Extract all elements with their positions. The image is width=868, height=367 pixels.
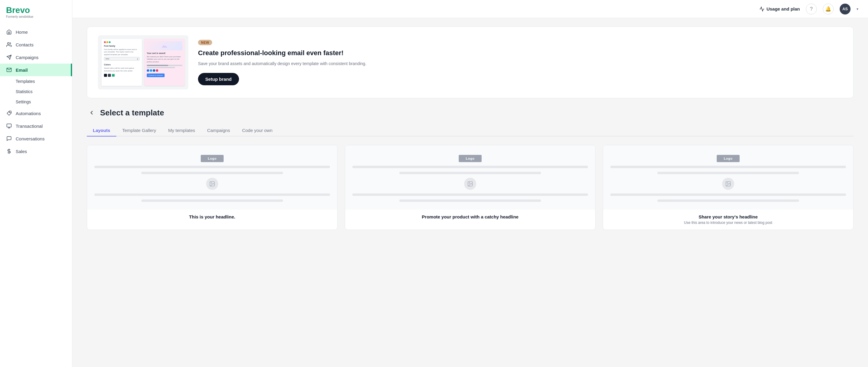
promo-description: Save your brand assets and automatically… bbox=[198, 60, 842, 67]
template-bar-7 bbox=[352, 193, 588, 196]
tab-layouts[interactable]: Layouts bbox=[87, 125, 116, 136]
preview-email-top bbox=[147, 41, 182, 50]
story-headline: Share your story's headline bbox=[609, 214, 847, 219]
image-placeholder-icon-3 bbox=[725, 181, 731, 187]
template-card-basic[interactable]: Logo This is your headline. bbox=[87, 145, 338, 230]
color-swatches: + bbox=[104, 74, 140, 77]
user-menu-chevron[interactable]: ▾ bbox=[857, 7, 858, 11]
content-area: Font family Font family will be applied … bbox=[72, 18, 868, 238]
dot-red bbox=[104, 41, 106, 43]
template-label-basic: This is your headline. bbox=[87, 209, 337, 224]
sidebar-item-email-label: Email bbox=[16, 67, 28, 72]
sidebar-item-conversations[interactable]: Conversations bbox=[0, 132, 72, 145]
sidebar: Brevo Formerly sendinblue Home Contacts … bbox=[0, 0, 72, 367]
promo-badge: NEW bbox=[198, 40, 212, 45]
sidebar-item-email[interactable]: Email bbox=[0, 64, 72, 76]
preview-font-panel: Font family Font family will be applied … bbox=[101, 39, 142, 86]
template-bar-8 bbox=[399, 200, 541, 202]
template-preview-story: Logo bbox=[603, 145, 853, 209]
main-area: Usage and plan ? 🔔 AS ▾ bbox=[72, 0, 868, 367]
template-card-promote[interactable]: Logo Promote your product with a catchy … bbox=[345, 145, 595, 230]
tab-template-gallery[interactable]: Template Gallery bbox=[116, 125, 162, 136]
setup-brand-button[interactable]: Setup brand bbox=[198, 73, 239, 85]
template-bar-1 bbox=[94, 166, 330, 168]
font-family-label: Font family bbox=[104, 45, 140, 47]
tab-code-your-own[interactable]: Code your own bbox=[236, 125, 278, 136]
conversations-icon bbox=[6, 135, 12, 142]
sidebar-item-campaigns[interactable]: Campaigns bbox=[0, 51, 72, 64]
checkout-btn: Continue to checkout bbox=[147, 73, 164, 77]
contacts-icon bbox=[6, 41, 12, 48]
dot-green bbox=[109, 41, 111, 43]
bell-icon: 🔔 bbox=[825, 6, 831, 12]
sidebar-item-transactional-label: Transactional bbox=[16, 124, 43, 129]
usage-and-plan-button[interactable]: Usage and plan bbox=[759, 6, 800, 12]
template-card-story[interactable]: Logo Share your story's headline Use thi… bbox=[603, 145, 854, 230]
linkedin-icon bbox=[153, 69, 155, 72]
template-tabs: Layouts Template Gallery My templates Ca… bbox=[87, 125, 854, 136]
sidebar-item-settings[interactable]: Settings bbox=[0, 97, 72, 107]
sidebar-item-statistics[interactable]: Statistics bbox=[0, 87, 72, 97]
help-icon: ? bbox=[810, 6, 813, 12]
avatar-initials: AS bbox=[842, 7, 848, 11]
twitter-icon bbox=[150, 69, 152, 72]
sidebar-nav: Home Contacts Campaigns Email Templates bbox=[0, 26, 72, 361]
template-bar-2 bbox=[141, 172, 283, 174]
sidebar-item-automations-label: Automations bbox=[16, 111, 41, 116]
svg-point-14 bbox=[727, 183, 728, 183]
usage-label: Usage and plan bbox=[767, 6, 800, 11]
tab-my-templates[interactable]: My templates bbox=[162, 125, 201, 136]
template-bar-10 bbox=[657, 172, 799, 174]
instagram-icon bbox=[156, 69, 158, 72]
sidebar-item-home[interactable]: Home bbox=[0, 26, 72, 38]
svg-point-0 bbox=[7, 42, 9, 44]
sidebar-item-contacts[interactable]: Contacts bbox=[0, 38, 72, 51]
color-swatch-plus: + bbox=[112, 74, 115, 77]
colors-label: Colors bbox=[104, 64, 140, 66]
sidebar-item-campaigns-label: Campaigns bbox=[16, 55, 38, 60]
color-swatch-dark bbox=[108, 74, 111, 77]
transactional-icon bbox=[6, 123, 12, 129]
promo-text-content: NEW Create professional-looking email ev… bbox=[198, 39, 842, 86]
image-placeholder-icon-2 bbox=[467, 181, 473, 187]
help-button[interactable]: ? bbox=[806, 4, 817, 14]
notifications-button[interactable]: 🔔 bbox=[823, 4, 834, 14]
sidebar-item-sales[interactable]: Sales bbox=[0, 145, 72, 158]
template-label-story: Share your story's headline Use this are… bbox=[603, 209, 853, 230]
automations-icon bbox=[6, 110, 12, 116]
social-icons bbox=[147, 69, 182, 72]
sidebar-item-transactional[interactable]: Transactional bbox=[0, 120, 72, 132]
email-card-desc: We noticed you didn't finish your purcha… bbox=[147, 56, 182, 63]
back-button[interactable] bbox=[87, 108, 96, 118]
home-icon bbox=[6, 29, 12, 35]
template-logo-bar-story: Logo bbox=[717, 155, 740, 162]
section-title: Select a template bbox=[100, 108, 164, 118]
colors-section: Colors Saved colors will be used and app… bbox=[104, 64, 140, 77]
template-preview-promote: Logo bbox=[345, 145, 595, 209]
svg-point-12 bbox=[469, 183, 470, 183]
campaigns-icon bbox=[6, 54, 12, 60]
user-avatar[interactable]: AS bbox=[840, 4, 850, 14]
topbar: Usage and plan ? 🔔 AS ▾ bbox=[72, 0, 868, 18]
facebook-icon bbox=[147, 69, 149, 72]
preview-email-card: Your cart is saved! We noticed you didn'… bbox=[144, 39, 185, 86]
email-bar-1 bbox=[147, 65, 182, 66]
email-card-title: Your cart is saved! bbox=[147, 52, 182, 54]
email-bar-fill bbox=[147, 65, 168, 66]
sidebar-item-automations[interactable]: Automations bbox=[0, 107, 72, 120]
tab-campaigns[interactable]: Campaigns bbox=[201, 125, 236, 136]
story-sublabel: Use this area to introduce your news or … bbox=[609, 220, 847, 225]
chart-icon bbox=[759, 6, 765, 12]
font-family-desc: Font family will be applied to every tex… bbox=[104, 48, 140, 56]
logo-subtitle: Formerly sendinblue bbox=[6, 15, 66, 19]
template-bar-6 bbox=[399, 172, 541, 174]
template-icon-placeholder bbox=[206, 178, 218, 190]
sidebar-item-contacts-label: Contacts bbox=[16, 42, 33, 47]
brand-logo: Brevo bbox=[6, 6, 66, 14]
template-icon-placeholder-3 bbox=[722, 178, 734, 190]
promo-preview-image: Font family Font family will be applied … bbox=[98, 35, 188, 90]
template-bar-3 bbox=[94, 193, 330, 196]
sidebar-item-conversations-label: Conversations bbox=[16, 136, 44, 141]
select-template-header: Select a template bbox=[87, 108, 854, 118]
sidebar-item-templates[interactable]: Templates bbox=[0, 76, 72, 87]
